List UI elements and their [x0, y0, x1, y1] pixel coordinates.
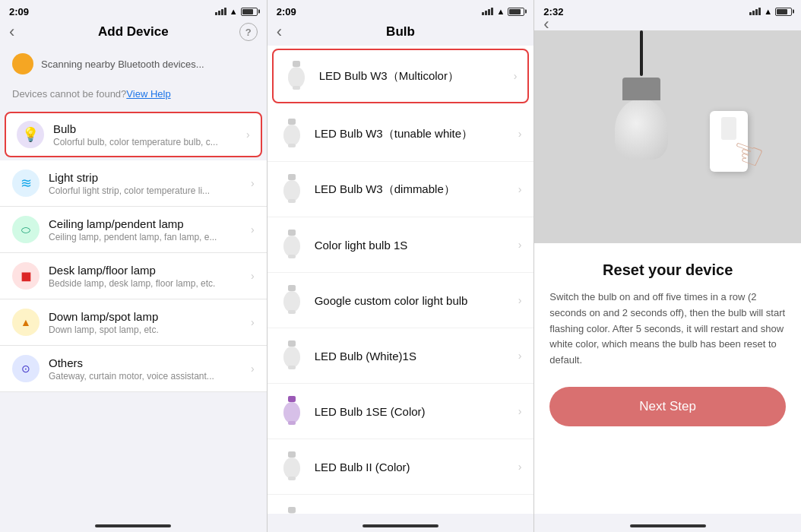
chevron-ceiling: › [251, 223, 255, 236]
bulb-item-w3-tunable[interactable]: LED Bulb W3（tunable white） › [268, 106, 534, 162]
svg-point-10 [283, 236, 300, 257]
device-name-others: Others [49, 356, 251, 369]
bulb-item-google[interactable]: Google custom color light bulb › [268, 273, 534, 328]
bulb-item-w3-dimmable[interactable]: LED Bulb W3（dimmable） › [268, 162, 534, 217]
device-info-others: Others Gateway, curtain motor, voice ass… [49, 356, 251, 382]
bulb-thumb-ct [280, 505, 304, 514]
back-button-1[interactable]: ‹ [9, 22, 14, 42]
others-icon: ⊙ [12, 355, 40, 382]
next-step-button[interactable]: Next Step [549, 387, 786, 426]
device-item-down[interactable]: ▲ Down lamp/spot lamp Down lamp, spot la… [0, 299, 267, 346]
chevron-others: › [251, 363, 255, 375]
svg-rect-17 [288, 366, 296, 369]
bluetooth-dot [12, 53, 33, 74]
ceiling-icon: ⬭ [12, 216, 40, 243]
page-title-2: Bulb [386, 24, 415, 40]
device-item-strip[interactable]: ≋ Light strip Colorful light strip, colo… [0, 160, 267, 207]
bulb-chevron-3: › [518, 239, 522, 251]
bulb-thumb-w3-multicolor [284, 59, 309, 93]
status-bar-3: 2:32 ▲ [534, 0, 801, 21]
bulb-item-ct[interactable]: LED Bulb (CT) › [268, 495, 534, 514]
device-desc-down: Down lamp, spot lamp, etc. [49, 325, 251, 335]
svg-rect-5 [288, 144, 296, 147]
svg-point-22 [283, 458, 300, 479]
reset-section: Reset your device Switch the bulb on and… [534, 243, 801, 514]
svg-point-7 [283, 180, 300, 201]
svg-rect-24 [288, 507, 296, 513]
bulb-item-color-1s[interactable]: Color light bulb 1S › [268, 217, 534, 273]
device-name-ceiling: Ceiling lamp/pendent lamp [49, 217, 251, 230]
bulb-name-color-1s: Color light bulb 1S [315, 239, 518, 252]
bulb-thumb-white-1s [280, 339, 304, 372]
svg-rect-11 [288, 255, 296, 258]
device-info-down: Down lamp/spot lamp Down lamp, spot lamp… [49, 310, 251, 335]
home-indicator-3 [534, 514, 801, 532]
svg-point-16 [283, 347, 300, 368]
reset-description: Switch the bulb on and off five times in… [549, 290, 786, 369]
bulb-list-screen: 2:09 ▲ ‹ Bulb [268, 0, 535, 532]
bulb-thumb-1se [280, 394, 304, 428]
chevron-strip: › [251, 177, 255, 189]
help-prefix: Devices cannot be found? [12, 88, 126, 100]
svg-rect-0 [293, 61, 300, 67]
status-bar-2: 2:09 ▲ [268, 0, 534, 21]
view-help-link[interactable]: View Help [126, 88, 170, 100]
device-desc-strip: Colorful light strip, color temperature … [49, 185, 251, 196]
svg-rect-15 [288, 340, 296, 347]
device-info-strip: Light strip Colorful light strip, color … [49, 171, 251, 196]
bulb-item-white-1s[interactable]: LED Bulb (White)1S › [268, 328, 534, 384]
device-item-bulb[interactable]: 💡 Bulb Colorful bulb, color temperature … [5, 112, 262, 157]
bulb-name-google: Google custom color light bulb [315, 294, 518, 307]
home-indicator-2 [268, 514, 534, 532]
svg-rect-14 [288, 310, 296, 314]
svg-point-4 [283, 125, 300, 146]
signal-icon-2 [482, 8, 493, 15]
wifi-icon-2: ▲ [496, 7, 505, 16]
help-button[interactable]: ? [239, 23, 258, 41]
strip-icon: ≋ [12, 169, 40, 197]
scan-text: Scanning nearby Bluetooth devices... [41, 59, 204, 70]
add-device-screen: 2:09 ▲ ‹ Add Device ? Scanning nearby Bl… [0, 0, 268, 532]
device-desc-bulb: Colorful bulb, color temperature bulb, c… [53, 137, 246, 147]
time-2: 2:09 [277, 6, 296, 17]
svg-rect-9 [288, 230, 296, 236]
status-bar-1: 2:09 ▲ [0, 0, 267, 21]
page-title-1: Add Device [98, 24, 169, 40]
device-item-ceiling[interactable]: ⬭ Ceiling lamp/pendent lamp Ceiling lamp… [0, 207, 267, 253]
chevron-bulb: › [246, 128, 250, 141]
time-1: 2:09 [9, 6, 29, 17]
bulb-chevron-4: › [518, 294, 522, 306]
hero-image: ☞ [534, 30, 801, 243]
bulb-thumb-google [280, 283, 304, 317]
bulb-item-ii[interactable]: LED Bulb II (Color) › [268, 439, 534, 495]
signal-icon-3 [749, 8, 761, 15]
back-button-2[interactable]: ‹ [277, 22, 282, 42]
battery-icon-2 [508, 8, 524, 16]
device-desc-others: Gateway, curtain motor, voice assistant.… [49, 371, 251, 382]
svg-rect-12 [288, 285, 296, 291]
device-info-desk: Desk lamp/floor lamp Bedside lamp, desk … [49, 264, 251, 289]
svg-point-13 [283, 291, 300, 312]
device-name-strip: Light strip [49, 171, 251, 184]
devices-list: 💡 Bulb Colorful bulb, color temperature … [0, 109, 267, 514]
bulb-item-w3-multicolor[interactable]: LED Bulb W3（Multicolor） › [272, 49, 530, 103]
bulb-item-1se[interactable]: LED Bulb 1SE (Color) › [268, 384, 534, 439]
bulb-name-w3-multicolor: LED Bulb W3（Multicolor） [319, 69, 514, 84]
help-row: Devices cannot be found?View Help [0, 82, 267, 109]
svg-rect-20 [288, 421, 296, 425]
wifi-icon-3: ▲ [764, 7, 772, 16]
bulb-thumb-w3-tunable [280, 117, 304, 150]
svg-point-25 [283, 513, 300, 514]
battery-icon-1 [241, 8, 258, 16]
scan-row: Scanning nearby Bluetooth devices... [0, 46, 267, 82]
bulb-chevron-5: › [518, 350, 522, 362]
svg-point-1 [288, 67, 305, 88]
bulb-chevron-7: › [518, 461, 522, 473]
bulb-thumb-color-1s [280, 228, 304, 261]
device-item-desk[interactable]: ◼ Desk lamp/floor lamp Bedside lamp, des… [0, 253, 267, 299]
device-desc-desk: Bedside lamp, desk lamp, floor lamp, etc… [49, 278, 251, 289]
device-item-others[interactable]: ⊙ Others Gateway, curtain motor, voice a… [0, 346, 267, 392]
bulb-name-white-1s: LED Bulb (White)1S [315, 350, 518, 363]
desk-icon: ◼ [12, 262, 40, 290]
bulb-chevron-0: › [514, 70, 518, 82]
